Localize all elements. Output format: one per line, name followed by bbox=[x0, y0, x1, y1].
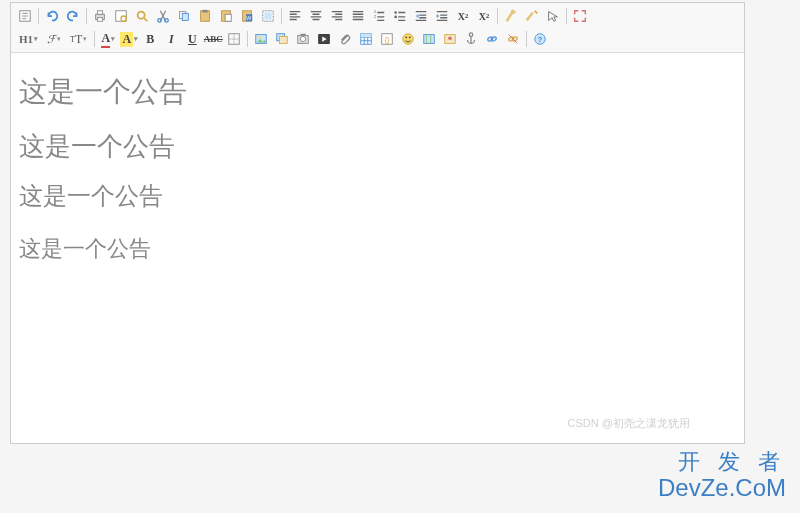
separator bbox=[38, 8, 39, 24]
svg-text:W: W bbox=[246, 15, 251, 21]
content-line: 这是一个公告 bbox=[19, 234, 736, 264]
watermark-cn: 开 发 者 bbox=[658, 450, 786, 474]
print-icon[interactable] bbox=[90, 6, 110, 26]
select-all-icon[interactable] bbox=[258, 6, 278, 26]
svg-point-31 bbox=[301, 36, 306, 41]
toolbar-row-1: W 12 X2 X2 bbox=[15, 5, 740, 27]
editor-toolbar: W 12 X2 X2 H1 ℱ TT A A B bbox=[11, 3, 744, 53]
align-right-icon[interactable] bbox=[327, 6, 347, 26]
multi-image-icon[interactable] bbox=[272, 29, 292, 49]
separator bbox=[497, 8, 498, 24]
svg-point-22 bbox=[394, 11, 397, 14]
preview-icon[interactable] bbox=[111, 6, 131, 26]
toolbar-row-2: H1 ℱ TT A A B I U ABC {} ? bbox=[15, 28, 740, 50]
outdent-icon[interactable] bbox=[432, 6, 452, 26]
paste-plain-icon[interactable] bbox=[216, 6, 236, 26]
svg-rect-3 bbox=[97, 18, 102, 22]
svg-rect-41 bbox=[424, 35, 435, 44]
align-left-icon[interactable] bbox=[285, 6, 305, 26]
anchor-icon[interactable] bbox=[461, 29, 481, 49]
select-element-icon[interactable] bbox=[543, 6, 563, 26]
border-icon[interactable] bbox=[224, 29, 244, 49]
svg-rect-2 bbox=[97, 11, 102, 15]
separator bbox=[566, 8, 567, 24]
superscript-icon[interactable]: X2 bbox=[474, 6, 494, 26]
paste-icon[interactable] bbox=[195, 6, 215, 26]
svg-rect-19 bbox=[265, 13, 272, 20]
emoticon-icon[interactable] bbox=[398, 29, 418, 49]
svg-point-6 bbox=[138, 12, 145, 19]
font-color-button[interactable]: A bbox=[98, 29, 118, 49]
align-center-icon[interactable] bbox=[306, 6, 326, 26]
redo-icon[interactable] bbox=[63, 6, 83, 26]
indent-icon[interactable] bbox=[411, 6, 431, 26]
svg-rect-12 bbox=[202, 10, 207, 13]
separator bbox=[247, 31, 248, 47]
gmap-icon[interactable] bbox=[440, 29, 460, 49]
ordered-list-icon[interactable]: 12 bbox=[369, 6, 389, 26]
link-icon[interactable] bbox=[482, 29, 502, 49]
rich-text-editor: W 12 X2 X2 H1 ℱ TT A A B bbox=[10, 2, 745, 444]
separator bbox=[281, 8, 282, 24]
underline-button[interactable]: U bbox=[182, 29, 202, 49]
strikethrough-button[interactable]: ABC bbox=[203, 29, 223, 49]
undo-icon[interactable] bbox=[42, 6, 62, 26]
svg-point-7 bbox=[158, 19, 162, 23]
svg-point-27 bbox=[258, 36, 261, 39]
video-icon[interactable] bbox=[314, 29, 334, 49]
quick-format-icon[interactable] bbox=[522, 6, 542, 26]
svg-point-8 bbox=[165, 19, 169, 23]
separator bbox=[94, 31, 95, 47]
svg-point-40 bbox=[409, 36, 411, 38]
find-icon[interactable] bbox=[132, 6, 152, 26]
content-line: 这是一个公告 bbox=[19, 180, 736, 212]
snapshot-icon[interactable] bbox=[293, 29, 313, 49]
svg-point-38 bbox=[403, 34, 414, 45]
font-family-button[interactable]: ℱ bbox=[43, 29, 65, 49]
devze-watermark: 开 发 者 DevZe.CoM bbox=[658, 450, 786, 501]
align-justify-icon[interactable] bbox=[348, 6, 368, 26]
svg-rect-35 bbox=[361, 34, 372, 38]
back-color-button[interactable]: A bbox=[119, 29, 139, 49]
insert-image-icon[interactable] bbox=[251, 29, 271, 49]
svg-rect-29 bbox=[280, 36, 288, 43]
bold-button[interactable]: B bbox=[140, 29, 160, 49]
code-icon[interactable]: {} bbox=[377, 29, 397, 49]
svg-rect-14 bbox=[225, 14, 231, 21]
svg-point-39 bbox=[406, 36, 408, 38]
editor-content[interactable]: 这是一个公告 这是一个公告 这是一个公告 这是一个公告 bbox=[11, 53, 744, 443]
unlink-icon[interactable] bbox=[503, 29, 523, 49]
content-line: 这是一个公告 bbox=[19, 129, 736, 164]
italic-button[interactable]: I bbox=[161, 29, 181, 49]
paste-word-icon[interactable]: W bbox=[237, 6, 257, 26]
separator bbox=[526, 31, 527, 47]
clear-format-icon[interactable] bbox=[501, 6, 521, 26]
fullscreen-icon[interactable] bbox=[570, 6, 590, 26]
svg-text:2: 2 bbox=[374, 14, 377, 19]
svg-point-43 bbox=[449, 36, 453, 40]
source-code-icon[interactable] bbox=[15, 6, 35, 26]
content-line: 这是一个公告 bbox=[19, 73, 736, 111]
attachment-icon[interactable] bbox=[335, 29, 355, 49]
svg-text:?: ? bbox=[538, 35, 543, 44]
copy-icon[interactable] bbox=[174, 6, 194, 26]
subscript-icon[interactable]: X2 bbox=[453, 6, 473, 26]
csdn-watermark: CSDN @初尧之潇龙犹用 bbox=[568, 416, 690, 431]
svg-rect-10 bbox=[182, 13, 188, 20]
svg-point-44 bbox=[470, 33, 474, 37]
svg-rect-32 bbox=[301, 34, 306, 36]
font-size-button[interactable]: TT bbox=[66, 29, 91, 49]
svg-text:{}: {} bbox=[385, 36, 390, 44]
svg-point-23 bbox=[394, 16, 397, 19]
separator bbox=[86, 8, 87, 24]
watermark-en: DevZe.CoM bbox=[658, 475, 786, 501]
map-icon[interactable] bbox=[419, 29, 439, 49]
heading-button[interactable]: H1 bbox=[15, 29, 42, 49]
cut-icon[interactable] bbox=[153, 6, 173, 26]
help-icon[interactable]: ? bbox=[530, 29, 550, 49]
table-icon[interactable] bbox=[356, 29, 376, 49]
unordered-list-icon[interactable] bbox=[390, 6, 410, 26]
